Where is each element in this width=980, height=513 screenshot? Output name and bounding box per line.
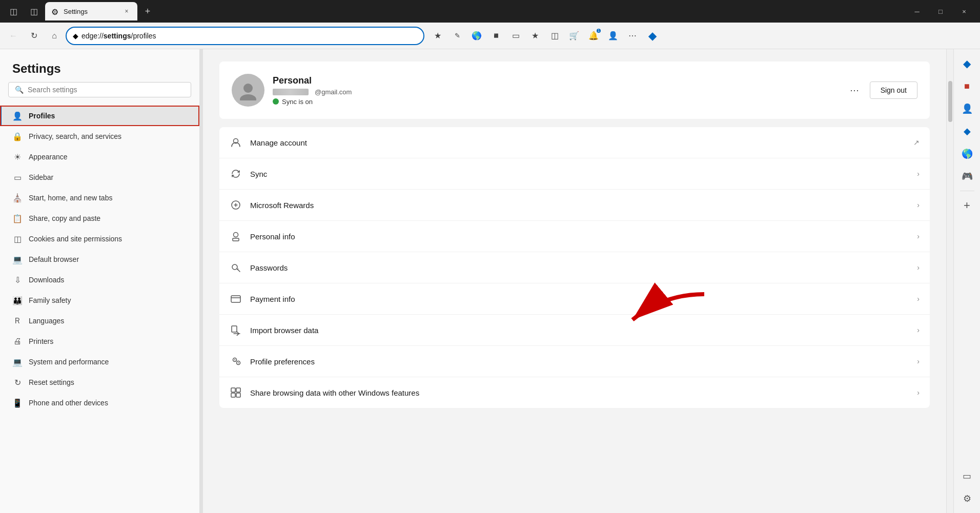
sync-label: Sync [250,170,909,178]
sync-row: Sync is on [273,98,837,106]
add-panel-button[interactable]: + [957,195,977,216]
active-tab[interactable]: ⚙ Settings × [45,2,137,20]
profiles-icon: 👤 [12,111,23,121]
personal-info-label: Personal info [250,232,909,241]
sidebar-item-default-browser[interactable]: 💻 Default browser [0,249,199,270]
sidebar-item-phone-devices[interactable]: 📱 Phone and other devices [0,393,199,413]
svg-rect-8 [232,326,237,332]
tab-switcher-button[interactable]: ◫ [25,2,43,20]
new-tab-button[interactable]: + [139,3,156,19]
passwords-item[interactable]: Passwords › [219,252,930,283]
manage-account-external-icon: ↗ [913,138,920,147]
search-icon: 🔍 [15,86,24,94]
manage-account-item[interactable]: Manage account ↗ [219,127,930,158]
family-safety-label: Family safety [29,296,187,304]
cookies-icon: ◫ [12,234,23,244]
split-screen-button[interactable]: ▭ [506,27,525,45]
sync-icon [230,168,242,180]
settings-content: Personal @gmail.com Sync is on ⋯ Sign ou… [203,49,946,513]
profile-more-button[interactable]: ⋯ [845,81,864,99]
languages-label: Languages [29,317,187,325]
copilot-button[interactable]: ✎ [448,27,466,45]
downloads-icon: ⇩ [12,275,23,285]
profile-settings-list: Manage account ↗ Sync › Microsoft Reward… [219,127,930,408]
shopping-button[interactable]: 🛒 [565,27,583,45]
sidebar-item-share-copy[interactable]: 📋 Share, copy and paste [0,208,199,229]
payment-info-item[interactable]: Payment info › [219,283,930,315]
search-input[interactable] [28,86,185,94]
sidebar-item-start-home[interactable]: ⛪ Start, home, and new tabs [0,188,199,208]
search-box[interactable]: 🔍 [8,82,191,97]
home-button[interactable]: ⌂ [45,27,64,45]
svg-rect-16 [231,393,235,397]
sync-status-text: Sync is on [282,98,313,106]
share-browsing-item[interactable]: Share browsing data with other Windows f… [219,377,930,408]
system-icon: 💻 [12,357,23,367]
cookies-label: Cookies and site permissions [29,235,187,243]
share-browsing-arrow-icon: › [917,388,920,397]
sidebar-item-profiles[interactable]: 👤 Profiles [0,106,199,126]
close-button[interactable]: × [952,2,976,20]
nav-actions: ★ ✎ 🌎 ◾ ▭ ★ ◫ 🛒 🔔 1 👤 ⋯ ◆ [428,27,661,45]
sidebar-item-printers[interactable]: 🖨 Printers [0,331,199,352]
printers-icon: 🖨 [12,336,23,346]
microsoft-rewards-item[interactable]: Microsoft Rewards › [219,190,930,221]
profile-info: Personal @gmail.com Sync is on [273,75,837,106]
split-panel-button[interactable]: ▭ [957,466,977,486]
avatar-icon [238,80,258,100]
profile-preferences-item[interactable]: Profile preferences › [219,346,930,377]
browser-essentials-button[interactable]: 🌎 [467,27,486,45]
minimize-button[interactable]: ─ [905,2,929,20]
sidebar-item-languages[interactable]: Ｒ Languages [0,311,199,331]
sidebar-button[interactable]: ◫ [545,27,564,45]
passwords-arrow-icon: › [917,263,920,272]
favorites-panel-button[interactable]: ■ [957,76,977,96]
personal-info-item[interactable]: Personal info › [219,221,930,252]
microsoft-rewards-label: Microsoft Rewards [250,201,909,210]
favorites-button[interactable]: ★ [428,27,447,45]
sidebar-item-system[interactable]: 💻 System and performance [0,352,199,372]
manage-account-label: Manage account [250,138,905,147]
tab-close-button[interactable]: × [122,7,131,16]
import-data-item[interactable]: Import browser data › [219,315,930,346]
sidebar-scrollbar [200,49,203,513]
maximize-button[interactable]: □ [929,2,952,20]
refresh-button[interactable]: ↻ [25,27,43,45]
notifications-button[interactable]: 🔔 1 [584,27,603,45]
sidebar-item-cookies[interactable]: ◫ Cookies and site permissions [0,229,199,249]
sidebar-item-appearance[interactable]: ☀ Appearance [0,147,199,167]
back-button[interactable]: ← [4,27,23,45]
sign-out-button[interactable]: Sign out [870,81,917,99]
copilot-sidebar-button[interactable]: ◆ [643,27,661,45]
sync-item[interactable]: Sync › [219,158,930,190]
start-home-icon: ⛪ [12,193,23,203]
sidebar-label: Sidebar [29,173,187,181]
phone-devices-icon: 📱 [12,398,23,408]
extensions-button[interactable]: ◾ [487,27,505,45]
profile-panel-button[interactable]: 👤 [957,98,977,119]
address-bar[interactable]: ◆ edge://settings/profiles [66,27,424,45]
map-panel-button[interactable]: 🌎 [957,143,977,164]
scrollbar-thumb[interactable] [948,81,952,122]
privacy-label: Privacy, search, and services [29,132,187,140]
sidebar-item-sidebar[interactable]: ▭ Sidebar [0,167,199,188]
sidebar-item-downloads[interactable]: ⇩ Downloads [0,270,199,290]
profile-preferences-arrow-icon: › [917,357,920,365]
page-scrollbar[interactable] [946,49,953,513]
copilot-panel-button[interactable]: ◆ [957,53,977,74]
svg-point-1 [240,94,256,100]
sidebar-item-reset[interactable]: ↻ Reset settings [0,372,199,393]
import-data-label: Import browser data [250,326,909,335]
games-panel-button[interactable]: 🎮 [957,166,977,187]
browser-panel-button[interactable]: ◆ [957,121,977,141]
profile-button[interactable]: 👤 [604,27,622,45]
tab-favicon: ⚙ [51,7,59,15]
address-text: edge://settings/profiles [81,32,156,40]
svg-point-4 [234,233,238,237]
sidebar-item-privacy[interactable]: 🔒 Privacy, search, and services [0,126,199,147]
settings-panel-button[interactable]: ⚙ [957,488,977,509]
collections-button[interactable]: ★ [526,27,544,45]
workspaces-button[interactable]: ◫ [4,2,23,20]
more-options-button[interactable]: ⋯ [623,27,642,45]
sidebar-item-family-safety[interactable]: 👪 Family safety [0,290,199,311]
